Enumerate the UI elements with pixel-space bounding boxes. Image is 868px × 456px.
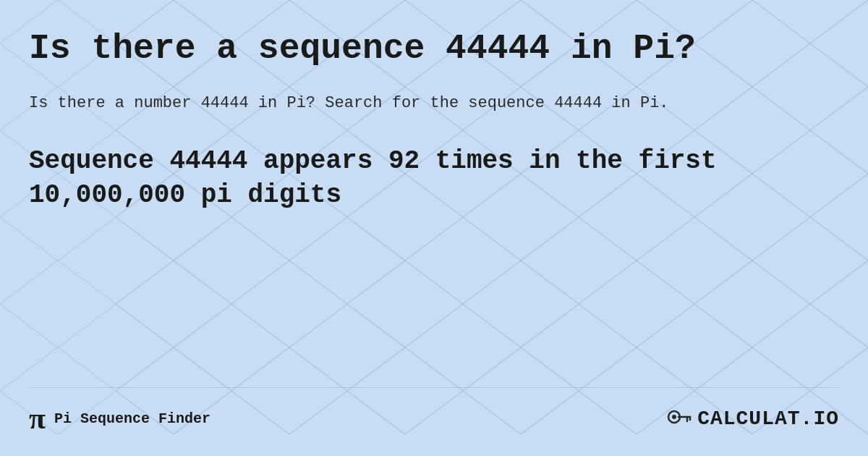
footer-brand-label: Pi Sequence Finder bbox=[54, 410, 210, 427]
calculat-icon bbox=[667, 402, 693, 434]
result-text: Sequence 44444 appears 92 times in the f… bbox=[29, 145, 839, 213]
description-part2: Search for the sequence bbox=[325, 94, 545, 112]
description-text: Is there a number 44444 in Pi? Search fo… bbox=[29, 90, 839, 116]
calculat-logo: CALCULAT.IO bbox=[667, 402, 839, 434]
svg-point-77 bbox=[672, 415, 676, 419]
page-content: Is there a sequence 44444 in Pi? Is ther… bbox=[0, 0, 868, 456]
description-part1: Is there a number 44444 in Pi? bbox=[29, 94, 315, 112]
page-title: Is there a sequence 44444 in Pi? bbox=[29, 29, 839, 69]
pi-symbol-icon: π bbox=[29, 403, 46, 434]
description-part3: 44444 in Pi. bbox=[554, 94, 668, 112]
calculat-text: CALCULAT.IO bbox=[697, 408, 839, 430]
footer: π Pi Sequence Finder CALCULAT.IO bbox=[29, 388, 839, 434]
footer-brand-left: π Pi Sequence Finder bbox=[29, 403, 210, 434]
